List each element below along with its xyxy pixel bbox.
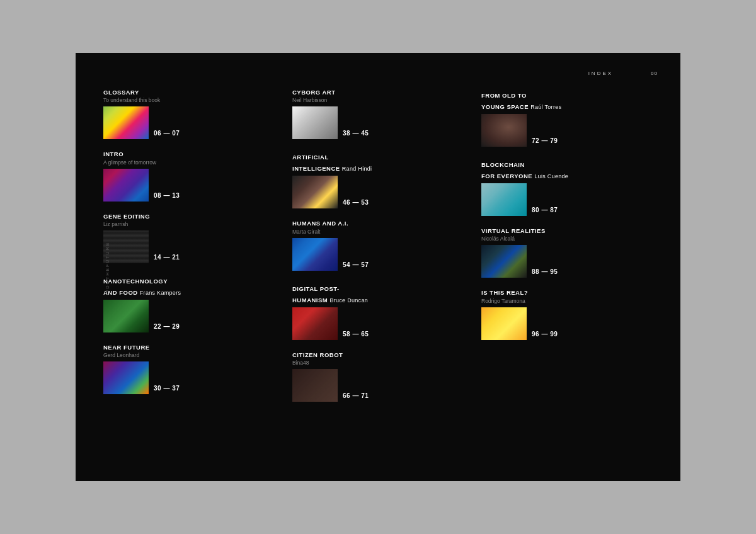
- entry-author: Neil Harbisson: [292, 97, 469, 103]
- entry-author: Gerd Leonhard: [103, 352, 280, 358]
- page-range: 08 — 13: [154, 192, 180, 202]
- thumb-row: 46 — 53: [292, 176, 469, 208]
- thumb-row: 30 — 37: [103, 361, 280, 394]
- thumbnail: [103, 230, 149, 263]
- thumbnail: [103, 300, 149, 332]
- page-range: 88 — 95: [532, 268, 558, 278]
- page-range: 22 — 29: [154, 323, 180, 332]
- entry-author: Rand Hindi: [342, 166, 372, 172]
- entry-blockchain: BLOCKCHAINFOR EVERYONE Luis Cuende 80 — …: [481, 158, 658, 216]
- thumb-row: 72 — 79: [481, 114, 658, 147]
- page-range: 54 — 57: [343, 261, 369, 271]
- entry-title-line: DIGITAL POST-HUMANISM Bruce Duncan: [292, 282, 469, 305]
- thumbnail: [103, 106, 149, 139]
- page-range: 66 — 71: [343, 392, 369, 402]
- thumb-row: 58 — 65: [292, 307, 469, 340]
- entry-title: FROM OLD TOYOUNG SPACE: [481, 92, 530, 110]
- entry-intro: INTRO A glimpse of tomorrow 08 — 13: [103, 151, 280, 201]
- content-grid: GLOSSARY To understand this book 06 — 07…: [103, 89, 658, 413]
- index-label: INDEX: [588, 71, 613, 76]
- entry-author: Luis Cuende: [534, 173, 568, 179]
- entry-near-future: NEAR FUTURE Gerd Leonhard 30 — 37: [103, 344, 280, 394]
- entry-nanotechnology: NANOTECHNOLOGYAND FOOD Frans Kampers 22 …: [103, 275, 280, 332]
- entry-title: GLOSSARY: [103, 89, 280, 96]
- thumb-row: 38 — 45: [292, 106, 469, 139]
- entry-title: VIRTUAL REALITIES: [481, 227, 658, 235]
- thumbnail: [292, 369, 338, 402]
- thumbnail: [103, 169, 149, 202]
- entry-gene-editing: GENE EDITING Liz parrish 14 — 21: [103, 213, 280, 263]
- entry-title: IS THIS REAL?: [481, 289, 658, 297]
- page-number: 00: [651, 71, 658, 76]
- entry-title-line: FROM OLD TOYOUNG SPACE Raúl Torres: [481, 89, 658, 111]
- thumb-row: 66 — 71: [292, 369, 469, 402]
- page-range: 06 — 07: [154, 130, 180, 139]
- entry-subtitle: To understand this book: [103, 97, 280, 103]
- thumb-row: 22 — 29: [103, 300, 280, 332]
- entry-title-line: NANOTECHNOLOGYAND FOOD Frans Kampers: [103, 275, 280, 297]
- thumbnail: [481, 245, 527, 278]
- page: #DOTHEFUTURE INDEX 00 GLOSSARY To unders…: [76, 53, 680, 481]
- entry-digital-posthumanism: DIGITAL POST-HUMANISM Bruce Duncan 58 — …: [292, 282, 469, 340]
- thumbnail: [481, 114, 527, 147]
- page-range: 96 — 99: [532, 331, 558, 340]
- entry-title: NEAR FUTURE: [103, 344, 280, 351]
- entry-title-line: ARTIFICIALINTELLIGENCE Rand Hindi: [292, 151, 469, 173]
- entry-title: CYBORG ART: [292, 89, 469, 96]
- column-0: GLOSSARY To understand this book 06 — 07…: [103, 89, 280, 413]
- entry-author: Nicolás Alcalá: [481, 236, 658, 242]
- entry-author: Frans Kampers: [140, 290, 181, 296]
- entry-title: CITIZEN ROBOT: [292, 351, 469, 359]
- entry-is-this-real: IS THIS REAL? Rodrigo Taramona 96 — 99: [481, 289, 658, 339]
- thumb-row: 96 — 99: [481, 307, 658, 340]
- page-header: INDEX 00: [103, 71, 658, 76]
- thumbnail: [103, 361, 149, 394]
- page-range: 72 — 79: [532, 137, 558, 147]
- thumb-row: 54 — 57: [292, 238, 469, 271]
- thumbnail: [292, 176, 338, 208]
- entry-author: Bina48: [292, 360, 469, 366]
- page-range: 30 — 37: [154, 385, 180, 394]
- entry-virtual-realities: VIRTUAL REALITIES Nicolás Alcalá 88 — 95: [481, 227, 658, 278]
- entry-author: Liz parrish: [103, 221, 280, 227]
- thumb-row: 80 — 87: [481, 183, 658, 216]
- column-1: CYBORG ART Neil Harbisson 38 — 45 ARTIFI…: [292, 89, 469, 413]
- entry-title: ARTIFICIALINTELLIGENCE: [292, 154, 342, 172]
- entry-cyborg-art: CYBORG ART Neil Harbisson 38 — 45: [292, 89, 469, 139]
- page-range: 46 — 53: [343, 199, 369, 208]
- entry-author: Marta Giralt: [292, 229, 469, 235]
- entry-title: HUMANS AND A.I.: [292, 220, 469, 227]
- thumbnail: [292, 307, 338, 340]
- thumb-row: 88 — 95: [481, 245, 658, 278]
- entry-author: Rodrigo Taramona: [481, 298, 658, 304]
- thumbnail: [292, 238, 338, 271]
- entry-author: Bruce Duncan: [329, 297, 368, 304]
- page-range: 58 — 65: [343, 331, 369, 340]
- page-range: 14 — 21: [154, 254, 180, 263]
- thumbnail: [292, 106, 338, 139]
- entry-subtitle: A glimpse of tomorrow: [103, 159, 280, 166]
- column-2: FROM OLD TOYOUNG SPACE Raúl Torres 72 — …: [481, 89, 658, 413]
- entry-title: INTRO: [103, 151, 280, 158]
- entry-humans-ai: HUMANS AND A.I. Marta Giralt 54 — 57: [292, 220, 469, 270]
- entry-artificial-intelligence: ARTIFICIALINTELLIGENCE Rand Hindi 46 — 5…: [292, 151, 469, 208]
- entry-citizen-robot: CITIZEN ROBOT Bina48 66 — 71: [292, 351, 469, 402]
- entry-author: Raúl Torres: [530, 104, 561, 110]
- sidebar-hashtag: #DOTHEFUTURE: [105, 242, 110, 293]
- page-range: 80 — 87: [532, 207, 558, 216]
- thumb-row: 08 — 13: [103, 169, 280, 202]
- thumb-row: 06 — 07: [103, 106, 280, 139]
- entry-title: BLOCKCHAINFOR EVERYONE: [481, 161, 534, 179]
- thumbnail: [481, 307, 527, 340]
- entry-title: GENE EDITING: [103, 213, 280, 220]
- entry-glossary: GLOSSARY To understand this book 06 — 07: [103, 89, 280, 139]
- thumbnail: [481, 183, 527, 216]
- entry-title-line: BLOCKCHAINFOR EVERYONE Luis Cuende: [481, 158, 658, 181]
- thumb-row: 14 — 21: [103, 230, 280, 263]
- page-range: 38 — 45: [343, 130, 369, 139]
- entry-from-old-to-young: FROM OLD TOYOUNG SPACE Raúl Torres 72 — …: [481, 89, 658, 147]
